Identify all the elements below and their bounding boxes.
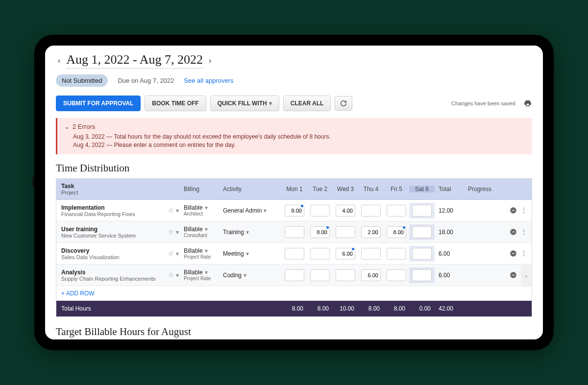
col-day: Wed 3 xyxy=(333,186,358,192)
table-row: Implementation Financial Data Reporting … xyxy=(56,200,532,221)
hours-input[interactable] xyxy=(285,226,304,238)
next-week-arrow[interactable]: › xyxy=(207,54,213,67)
hours-input[interactable] xyxy=(387,205,406,217)
chevron-down-icon: ⌄ xyxy=(64,123,70,130)
col-progress: Progress xyxy=(464,186,532,192)
activity-select[interactable]: Training▾ xyxy=(223,229,282,236)
comment-indicator-icon xyxy=(301,205,303,207)
quick-fill-button[interactable]: QUICK FILL WITH▾ xyxy=(210,96,279,111)
row-total: 6.00 xyxy=(435,250,464,257)
status-badge: Not Submitted xyxy=(56,74,108,87)
svg-rect-5 xyxy=(512,253,514,254)
hours-input[interactable] xyxy=(361,248,381,260)
task-name: Analysis xyxy=(61,269,168,276)
remove-row-button[interactable] xyxy=(510,207,517,214)
see-approvers-link[interactable]: See all approvers xyxy=(184,77,233,84)
scroll-right-button[interactable]: › xyxy=(521,265,532,287)
rate-value: Project Rate xyxy=(184,276,223,281)
row-total: 6.00 xyxy=(435,272,464,279)
hours-input[interactable] xyxy=(361,205,381,217)
grand-total: 42.00 xyxy=(435,305,464,312)
print-button[interactable] xyxy=(523,99,532,108)
error-panel: ⌄ 2 Errors Aug 3, 2022 — Total hours for… xyxy=(56,118,532,154)
total-day: 10.00 xyxy=(333,305,358,312)
rate-value: Consultant xyxy=(184,233,223,238)
error-header[interactable]: ⌄ 2 Errors xyxy=(64,123,525,130)
row-more-button[interactable]: ⋮ xyxy=(521,250,527,257)
totals-label: Total Hours xyxy=(56,305,282,312)
remove-row-button[interactable] xyxy=(510,250,517,257)
hours-input[interactable] xyxy=(412,248,432,260)
book-time-off-button[interactable]: BOOK TIME OFF xyxy=(145,96,206,111)
billing-value[interactable]: Billable ▾ xyxy=(184,247,223,254)
project-name: Financial Data Reporting Fixes xyxy=(61,211,168,217)
activity-select[interactable]: Meeting▾ xyxy=(223,250,282,257)
hours-input[interactable] xyxy=(412,269,432,281)
hours-input[interactable] xyxy=(310,205,330,217)
project-name: New Customer Service System xyxy=(61,233,168,239)
hours-input[interactable] xyxy=(361,269,381,281)
remove-row-button[interactable] xyxy=(510,271,517,279)
col-task: Task xyxy=(61,183,179,190)
hours-input[interactable] xyxy=(387,248,406,260)
hours-input[interactable] xyxy=(412,205,432,217)
error-line: Aug 4, 2022 — Please enter a comment on … xyxy=(64,142,525,148)
project-name: Sales Data Visualization xyxy=(61,254,168,260)
hours-input[interactable] xyxy=(361,226,381,238)
minus-circle-icon xyxy=(510,228,517,236)
hours-input[interactable] xyxy=(285,248,304,260)
date-range[interactable]: Aug 1, 2022 - Aug 7, 2022 xyxy=(66,52,203,69)
table-row: Discovery Sales Data Visualization ☆ ▾ B… xyxy=(56,243,532,265)
billing-value[interactable]: Billable ▾ xyxy=(184,226,223,233)
total-day: 8.00 xyxy=(384,305,409,312)
rate-value: Architect xyxy=(184,211,223,217)
hours-input[interactable] xyxy=(285,269,304,281)
row-more-button[interactable]: ⋮ xyxy=(521,228,527,235)
hours-input[interactable] xyxy=(336,205,355,217)
col-activity: Activity xyxy=(223,186,282,192)
billing-value[interactable]: Billable ▾ xyxy=(184,269,223,276)
hours-input[interactable] xyxy=(387,269,406,281)
activity-select[interactable]: General Admin▾ xyxy=(223,207,282,214)
hours-input[interactable] xyxy=(310,269,330,281)
col-project: Project xyxy=(61,190,179,195)
total-day: 8.00 xyxy=(282,305,307,312)
refresh-icon xyxy=(340,100,347,107)
row-total: 12.00 xyxy=(435,207,464,214)
hours-input[interactable] xyxy=(412,226,432,238)
task-name: Discovery xyxy=(61,247,168,254)
star-icon[interactable]: ☆ xyxy=(168,271,174,279)
star-icon[interactable]: ☆ xyxy=(168,250,174,257)
refresh-button[interactable] xyxy=(335,96,352,111)
row-more-button[interactable]: ⋮ xyxy=(521,207,527,214)
svg-rect-3 xyxy=(512,232,514,232)
minus-circle-icon xyxy=(510,271,517,279)
caret-down-icon[interactable]: ▾ xyxy=(176,207,179,214)
caret-down-icon[interactable]: ▾ xyxy=(176,250,179,257)
print-icon xyxy=(523,99,532,108)
svg-rect-1 xyxy=(512,210,514,211)
remove-row-button[interactable] xyxy=(510,228,517,236)
star-icon[interactable]: ☆ xyxy=(168,207,174,214)
clear-all-button[interactable]: CLEAR ALL xyxy=(283,96,331,111)
saved-text: Changes have been saved xyxy=(451,100,515,106)
activity-select[interactable]: Coding▾ xyxy=(223,272,282,279)
hours-input[interactable] xyxy=(336,226,355,238)
caret-down-icon[interactable]: ▾ xyxy=(176,229,179,236)
billing-value[interactable]: Billable ▾ xyxy=(184,204,223,211)
col-day: Thu 4 xyxy=(358,186,384,192)
hours-input[interactable] xyxy=(310,248,330,260)
caret-down-icon[interactable]: ▾ xyxy=(176,272,179,279)
add-row-button[interactable]: + ADD ROW xyxy=(56,286,532,301)
submit-button[interactable]: SUBMIT FOR APPROVAL xyxy=(56,96,141,111)
prev-week-arrow[interactable]: ‹ xyxy=(56,54,62,67)
star-icon[interactable]: ☆ xyxy=(168,228,174,236)
task-name: User training xyxy=(61,226,168,233)
hours-input[interactable] xyxy=(336,269,355,281)
due-text: Due on Aug 7, 2022 xyxy=(118,77,174,84)
project-name: Supply Chain Reporting Enhancements xyxy=(61,276,168,282)
total-day: 8.00 xyxy=(307,305,333,312)
row-total: 18.00 xyxy=(435,229,464,236)
error-line: Aug 3, 2022 — Total hours for the day sh… xyxy=(64,133,525,140)
rate-value: Project Rate xyxy=(184,254,223,260)
